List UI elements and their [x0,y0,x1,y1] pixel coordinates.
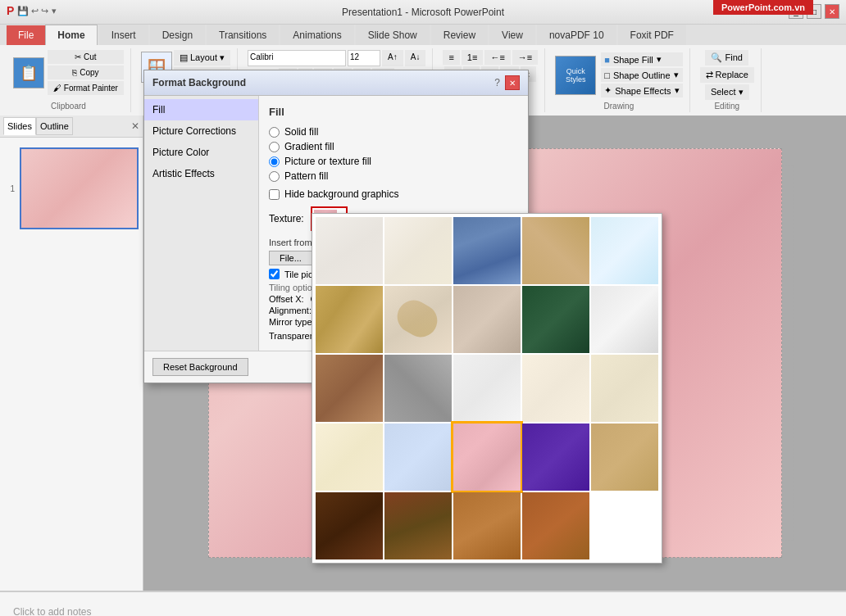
texture-label: Texture: [269,213,304,224]
sidebar-artistic-effects[interactable]: Artistic Effects [144,163,258,184]
picture-texture-fill-option[interactable]: Picture or texture fill [269,156,518,167]
texture-grey-carpet[interactable] [384,355,452,422]
slide-thumbnail-1[interactable] [20,147,139,229]
tab-animations[interactable]: Animations [280,25,353,45]
font-size-input[interactable]: 12 [348,50,380,66]
texture-recycled-paper[interactable] [384,217,452,284]
app-icon: P [7,4,14,17]
texture-crumpled[interactable] [316,286,383,353]
drawing-label: Drawing [604,100,634,111]
layout-button[interactable]: ▤ Layout ▾ [174,50,230,66]
texture-empty [591,492,658,559]
sidebar-picture-color[interactable]: Picture Color [144,142,258,163]
fill-section-title: Fill [269,106,518,118]
slide-thumbnails: 1 [0,138,143,591]
cut-button[interactable]: ✂ Cut [48,50,124,64]
shape-fill-button[interactable]: ■ Shape Fill ▾ [601,52,682,66]
sidebar-picture-corrections[interactable]: Picture Corrections [144,120,258,142]
texture-pink-tissue[interactable]: Pink tissue paper [453,424,521,491]
select-button[interactable]: Select ▾ [705,84,749,100]
texture-granite[interactable] [453,286,521,353]
hide-background-graphics-row[interactable]: Hide background graphics [269,188,518,200]
tab-view[interactable]: View [489,25,535,45]
dialog-titlebar: Format Background ? ✕ [144,70,528,96]
decrease-indent-button[interactable]: ←≡ [484,50,510,65]
texture-green-marble[interactable] [522,286,589,353]
clipboard-group: 📋 ✂ Cut ⎘ Copy 🖌 Format Painter Clipboar… [7,48,131,112]
find-button[interactable]: 🔍 Find [705,50,748,66]
texture-dark-wood[interactable] [316,492,383,559]
shape-outline-button[interactable]: □ Shape Outline ▾ [601,68,682,82]
font-family-select[interactable]: Calibri [248,50,346,66]
texture-grid-popup: Pink tissue paper [312,213,662,564]
texture-cream[interactable] [522,355,589,422]
sidebar-fill[interactable]: Fill [144,99,258,120]
solid-fill-radio[interactable] [269,127,280,138]
notes-placeholder: Click to add notes [13,606,91,616]
drawing-group: Quick Styles ■ Shape Fill ▾ □ Shape Outl… [548,48,689,112]
texture-purple[interactable] [522,424,589,491]
tab-review[interactable]: Review [431,25,488,45]
texture-brown-carpet[interactable] [316,355,383,422]
tab-novapdf[interactable]: novaPDF 10 [537,25,616,45]
texture-newsprint[interactable] [316,217,383,284]
copy-button[interactable]: ⎘ Copy [48,66,124,79]
clipboard-label: Clipboard [51,100,86,111]
notes-area[interactable]: Click to add notes [0,591,846,616]
quick-styles-button[interactable]: Quick Styles [555,56,596,95]
shape-effects-button[interactable]: ✦ Shape Effects ▾ [601,84,682,97]
file-btn[interactable]: File... [269,251,312,265]
texture-sand[interactable] [316,424,383,491]
slide-number: 1 [3,184,15,193]
texture-white-marble2[interactable] [591,286,658,353]
editing-label: Editing [714,100,739,111]
tab-file[interactable]: File [7,25,45,45]
texture-white-marble[interactable] [591,217,658,284]
texture-grid: Pink tissue paper [316,217,658,559]
solid-fill-option[interactable]: Solid fill [269,126,518,138]
panel-close-button[interactable]: ✕ [131,120,139,132]
texture-light-blue[interactable] [384,424,452,491]
texture-papyrus[interactable] [591,424,658,491]
tab-insert[interactable]: Insert [99,25,148,45]
bullets-button[interactable]: ≡ [443,50,459,65]
slide-item-1[interactable]: 1 [3,144,139,233]
texture-light-sand[interactable] [591,355,658,422]
tab-slideshow[interactable]: Slide Show [356,25,430,45]
increase-font-button[interactable]: A↑ [382,50,403,66]
dialog-sidebar: Fill Picture Corrections Picture Color A… [144,96,259,351]
logo-text: PowerPoint.com.vn [721,2,805,12]
tab-design[interactable]: Design [150,25,205,45]
tab-slides[interactable]: Slides [3,117,36,135]
pattern-fill-radio[interactable] [269,171,280,182]
tab-foxit[interactable]: Foxit PDF [618,25,686,45]
quick-styles-label: Quick Styles [556,67,595,84]
texture-oak2[interactable] [522,492,589,559]
texture-oak[interactable] [453,492,521,559]
texture-white-fabric[interactable] [453,355,521,422]
tab-home[interactable]: Home [45,25,97,45]
increase-indent-button[interactable]: →≡ [512,50,538,65]
dialog-help-button[interactable]: ? [494,77,500,88]
numbering-button[interactable]: 1≡ [462,50,484,65]
paste-button[interactable]: 📋 [13,57,44,88]
gradient-fill-option[interactable]: Gradient fill [269,141,518,152]
picture-texture-fill-radio[interactable] [269,156,280,167]
decrease-font-button[interactable]: A↓ [405,50,426,66]
texture-brown-paper[interactable] [522,217,589,284]
ppt-logo: PowerPoint.com.vn [713,0,813,15]
tab-transitions[interactable]: Transitions [207,25,279,45]
gradient-fill-radio[interactable] [269,142,280,152]
texture-fish-fossil[interactable] [384,286,452,353]
tile-picture-checkbox[interactable] [269,269,280,279]
close-button[interactable]: ✕ [825,4,839,19]
dialog-close-button[interactable]: ✕ [505,75,520,90]
pattern-fill-option[interactable]: Pattern fill [269,170,518,182]
reset-background-button[interactable]: Reset Background [152,358,248,376]
hide-background-graphics-checkbox[interactable] [269,189,280,200]
texture-medium-wood[interactable] [384,492,452,559]
format-painter-button[interactable]: 🖌 Format Painter [48,81,124,95]
replace-button[interactable]: ⇄ Replace [700,67,754,83]
texture-blue-denim[interactable] [453,217,521,284]
tab-outline[interactable]: Outline [36,117,73,135]
